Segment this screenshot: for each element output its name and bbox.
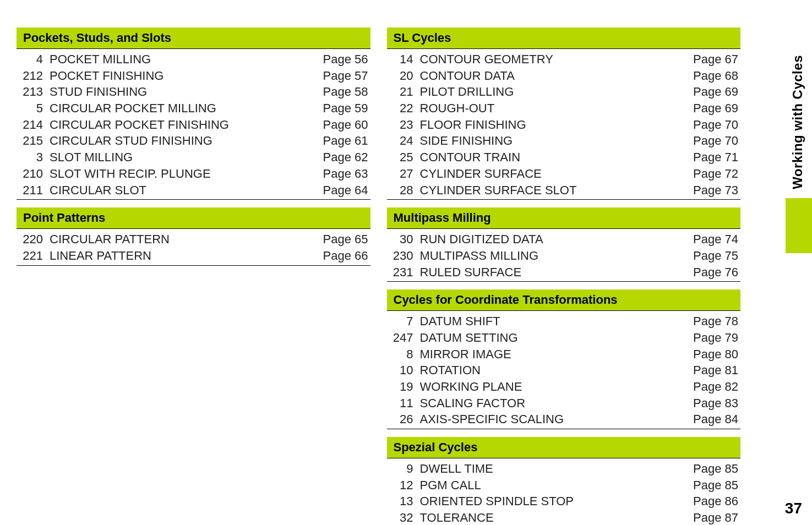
table-row[interactable]: 211CIRCULAR SLOTPage 64 bbox=[17, 182, 370, 199]
table-row[interactable]: 231RULED SURFACEPage 76 bbox=[387, 264, 741, 281]
cycle-name: ORIENTED SPINDLE STOP bbox=[420, 493, 688, 510]
table-row[interactable]: 213STUD FINISHINGPage 58 bbox=[17, 84, 370, 100]
cycle-number: 221 bbox=[19, 248, 50, 264]
table-row[interactable]: 20CONTOUR DATAPage 68 bbox=[387, 68, 741, 84]
cycle-number: 23 bbox=[389, 117, 420, 133]
page-ref: Page 71 bbox=[688, 149, 738, 166]
page-ref: Page 83 bbox=[688, 395, 738, 412]
right-column: SL Cycles14CONTOUR GEOMETRYPage 6720CONT… bbox=[387, 28, 741, 525]
table-row[interactable]: 3SLOT MILLINGPage 62 bbox=[17, 149, 370, 166]
page-ref: Page 78 bbox=[688, 313, 738, 330]
section-body: 4POCKET MILLINGPage 56212POCKET FINISHIN… bbox=[17, 50, 370, 200]
cycle-name: CIRCULAR POCKET FINISHING bbox=[50, 117, 318, 133]
cycle-number: 19 bbox=[389, 379, 420, 395]
section-body: 7DATUM SHIFTPage 78247DATUM SETTINGPage … bbox=[387, 312, 741, 429]
section-body: 14CONTOUR GEOMETRYPage 6720CONTOUR DATAP… bbox=[387, 50, 741, 200]
table-row[interactable]: 7DATUM SHIFTPage 78 bbox=[387, 313, 741, 330]
page-ref: Page 57 bbox=[318, 68, 368, 84]
table-row[interactable]: 14CONTOUR GEOMETRYPage 67 bbox=[387, 51, 741, 68]
page-ref: Page 87 bbox=[688, 510, 738, 525]
section-header: SL Cycles bbox=[387, 28, 741, 49]
page-ref: Page 58 bbox=[318, 84, 368, 100]
table-row[interactable]: 19WORKING PLANEPage 82 bbox=[387, 379, 741, 395]
table-row[interactable]: 28CYLINDER SURFACE SLOTPage 73 bbox=[387, 182, 741, 199]
table-row[interactable]: 21PILOT DRILLINGPage 69 bbox=[387, 84, 741, 100]
cycle-number: 24 bbox=[389, 133, 420, 149]
cycle-name: SLOT MILLING bbox=[50, 149, 318, 166]
section-body: 9DWELL TIMEPage 8512PGM CALLPage 8513ORI… bbox=[387, 460, 741, 525]
cycle-number: 210 bbox=[19, 166, 50, 182]
table-row[interactable]: 13ORIENTED SPINDLE STOPPage 86 bbox=[387, 493, 741, 510]
cycle-name: SLOT WITH RECIP. PLUNGE bbox=[50, 166, 318, 182]
page-ref: Page 70 bbox=[688, 133, 738, 149]
table-row[interactable]: 12PGM CALLPage 85 bbox=[387, 477, 741, 494]
cycle-name: CIRCULAR PATTERN bbox=[50, 231, 318, 248]
page-ref: Page 72 bbox=[688, 166, 738, 182]
cycle-number: 220 bbox=[19, 231, 50, 248]
cycle-name: TOLERANCE bbox=[420, 510, 688, 525]
cycle-number: 230 bbox=[389, 248, 420, 264]
cycle-name: DATUM SHIFT bbox=[420, 313, 688, 330]
table-row[interactable]: 10ROTATIONPage 81 bbox=[387, 362, 741, 379]
cycle-name: CONTOUR GEOMETRY bbox=[420, 51, 688, 68]
section-body: 220CIRCULAR PATTERNPage 65221LINEAR PATT… bbox=[17, 230, 370, 265]
left-column: Pockets, Studs, and Slots4POCKET MILLING… bbox=[17, 28, 370, 525]
table-row[interactable]: 30RUN DIGITIZED DATAPage 74 bbox=[387, 231, 741, 248]
page-ref: Page 69 bbox=[688, 84, 738, 100]
section-header: Multipass Milling bbox=[387, 207, 741, 229]
cycle-number: 10 bbox=[389, 362, 420, 379]
cycle-name: MULTIPASS MILLING bbox=[420, 248, 688, 264]
page-ref: Page 73 bbox=[688, 182, 738, 199]
page-ref: Page 82 bbox=[688, 379, 738, 395]
table-row[interactable]: 214CIRCULAR POCKET FINISHINGPage 60 bbox=[17, 117, 370, 133]
section-header: Pockets, Studs, and Slots bbox=[17, 28, 370, 49]
page-ref: Page 81 bbox=[688, 362, 738, 379]
table-row[interactable]: 220CIRCULAR PATTERNPage 65 bbox=[17, 231, 370, 248]
cycle-name: LINEAR PATTERN bbox=[50, 248, 318, 264]
table-row[interactable]: 5CIRCULAR POCKET MILLINGPage 59 bbox=[17, 100, 370, 117]
table-row[interactable]: 27CYLINDER SURFACEPage 72 bbox=[387, 166, 741, 182]
table-row[interactable]: 215CIRCULAR STUD FINISHINGPage 61 bbox=[17, 133, 370, 149]
table-row[interactable]: 26AXIS-SPECIFIC SCALINGPage 84 bbox=[387, 411, 741, 428]
page-ref: Page 80 bbox=[688, 346, 738, 363]
cycle-name: PGM CALL bbox=[420, 477, 688, 494]
cycle-name: ROTATION bbox=[420, 362, 688, 379]
cycle-name: AXIS-SPECIFIC SCALING bbox=[420, 411, 688, 428]
page-ref: Page 76 bbox=[688, 264, 738, 281]
table-row[interactable]: 212POCKET FINISHINGPage 57 bbox=[17, 68, 370, 84]
cycle-number: 27 bbox=[389, 166, 420, 182]
page-ref: Page 75 bbox=[688, 248, 738, 264]
table-row[interactable]: 8MIRROR IMAGEPage 80 bbox=[387, 346, 741, 363]
table-row[interactable]: 11SCALING FACTORPage 83 bbox=[387, 395, 741, 412]
table-row[interactable]: 9DWELL TIMEPage 85 bbox=[387, 461, 741, 477]
page-ref: Page 60 bbox=[318, 117, 368, 133]
cycle-number: 212 bbox=[19, 68, 50, 84]
table-row[interactable]: 221LINEAR PATTERNPage 66 bbox=[17, 248, 370, 264]
cycle-number: 30 bbox=[389, 231, 420, 248]
table-row[interactable]: 230MULTIPASS MILLINGPage 75 bbox=[387, 248, 741, 264]
cycle-number: 13 bbox=[389, 493, 420, 510]
table-row[interactable]: 25CONTOUR TRAINPage 71 bbox=[387, 149, 741, 166]
table-row[interactable]: 4POCKET MILLINGPage 56 bbox=[17, 51, 370, 68]
page-ref: Page 56 bbox=[318, 51, 368, 68]
cycle-number: 4 bbox=[19, 51, 50, 68]
cycle-number: 11 bbox=[389, 395, 420, 412]
table-row[interactable]: 210SLOT WITH RECIP. PLUNGEPage 63 bbox=[17, 166, 370, 182]
cycle-name: CIRCULAR SLOT bbox=[50, 182, 318, 199]
section-header: Point Patterns bbox=[17, 207, 370, 229]
cycle-name: RUN DIGITIZED DATA bbox=[420, 231, 688, 248]
side-section-label: Working with Cycles bbox=[790, 55, 805, 189]
table-row[interactable]: 22ROUGH-OUTPage 69 bbox=[387, 100, 741, 117]
cycle-name: PILOT DRILLING bbox=[420, 84, 688, 100]
cycle-number: 3 bbox=[19, 149, 50, 166]
side-accent-block bbox=[786, 198, 812, 253]
cycle-number: 28 bbox=[389, 182, 420, 199]
table-row[interactable]: 247DATUM SETTINGPage 79 bbox=[387, 330, 741, 346]
table-row[interactable]: 32TOLERANCEPage 87 bbox=[387, 510, 741, 525]
cycle-name: CONTOUR TRAIN bbox=[420, 149, 688, 166]
table-row[interactable]: 23FLOOR FINISHINGPage 70 bbox=[387, 117, 741, 133]
page-ref: Page 63 bbox=[318, 166, 368, 182]
cycle-number: 215 bbox=[19, 133, 50, 149]
table-row[interactable]: 24SIDE FINISHINGPage 70 bbox=[387, 133, 741, 149]
cycle-name: ROUGH-OUT bbox=[420, 100, 688, 117]
